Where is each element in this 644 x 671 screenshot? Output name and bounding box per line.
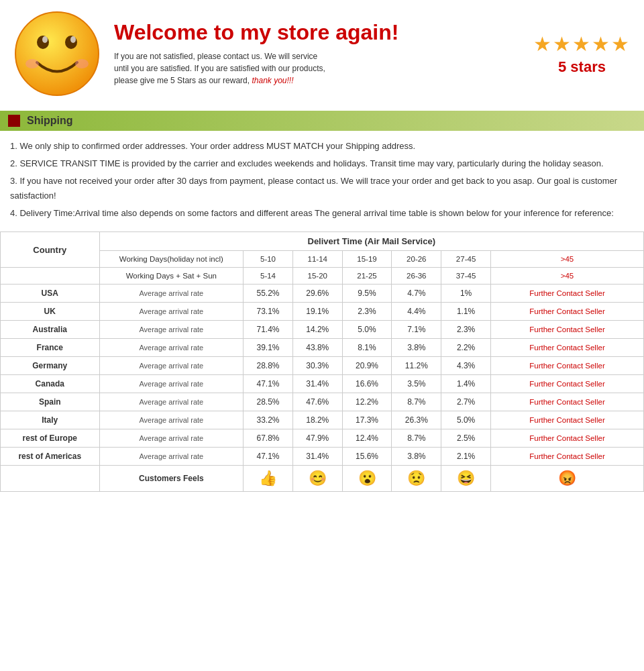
further-contact-seller-0[interactable]: Further Contact Seller xyxy=(490,285,643,303)
cell-c4-4: 11.2% xyxy=(392,357,441,375)
shipping-text-block: 1. We only ship to confirmed order addre… xyxy=(0,131,644,231)
col-header-delivert: Delivert Time (Air Mail Service) xyxy=(99,232,643,251)
cell-c5-4: 4.3% xyxy=(441,357,491,375)
cell-c2-3: 43.8% xyxy=(292,339,342,357)
cell-c2-1: 19.1% xyxy=(292,303,342,321)
table-footer-row: Customers Feels 👍 😊 😮 😟 😆 😡 xyxy=(1,466,644,492)
col-header-country: Country xyxy=(1,232,100,268)
sub2-c3: 21-25 xyxy=(342,268,392,285)
sub1-label: Working Days(holiday not incl) xyxy=(99,251,244,268)
cell-country-3: France xyxy=(1,339,100,357)
cell-c2-8: 47.9% xyxy=(292,429,342,448)
cell-c1-1: 73.1% xyxy=(244,303,293,321)
cell-c1-0: 55.2% xyxy=(244,285,293,303)
further-contact-seller-7[interactable]: Further Contact Seller xyxy=(490,411,643,429)
cell-c5-3: 2.2% xyxy=(441,339,491,357)
cell-label-3: Average arrival rate xyxy=(99,339,244,357)
footer-country-empty xyxy=(1,466,100,492)
sub2-c4: 26-36 xyxy=(392,268,441,285)
sub2-country-empty xyxy=(1,268,100,285)
cell-c5-1: 1.1% xyxy=(441,303,491,321)
cell-c4-2: 7.1% xyxy=(392,321,441,339)
svg-point-0 xyxy=(15,12,99,95)
sub2-c6: >45 xyxy=(490,268,643,285)
cell-c2-2: 14.2% xyxy=(292,321,342,339)
cell-c3-7: 17.3% xyxy=(342,411,392,429)
sub1-c5: 27-45 xyxy=(441,251,491,268)
page-header: Welcome to my store again! If you are no… xyxy=(0,0,644,104)
footer-emoji-1: 😊 xyxy=(292,466,342,492)
shipping-para-4: 4. Delivery Time:Arrival time also depen… xyxy=(10,206,634,221)
cell-country-1: UK xyxy=(1,303,100,321)
cell-country-5: Canada xyxy=(1,375,100,393)
further-contact-seller-3[interactable]: Further Contact Seller xyxy=(490,339,643,357)
sub1-c3: 15-19 xyxy=(342,251,392,268)
smiley-icon xyxy=(13,10,101,97)
cell-label-9: Average arrival rate xyxy=(99,448,244,466)
further-contact-seller-6[interactable]: Further Contact Seller xyxy=(490,393,643,411)
cell-country-6: Spain xyxy=(1,393,100,411)
cell-c3-3: 8.1% xyxy=(342,339,392,357)
svg-point-6 xyxy=(75,59,89,68)
footer-emoji-0: 👍 xyxy=(244,466,293,492)
table-header-row: Country Delivert Time (Air Mail Service) xyxy=(1,232,644,251)
cell-c3-2: 5.0% xyxy=(342,321,392,339)
cell-c5-2: 2.3% xyxy=(441,321,491,339)
cell-c2-5: 31.4% xyxy=(292,375,342,393)
cell-country-8: rest of Europe xyxy=(1,429,100,448)
cell-c5-6: 2.7% xyxy=(441,393,491,411)
cell-c3-6: 12.2% xyxy=(342,393,392,411)
cell-c1-3: 39.1% xyxy=(244,339,293,357)
cell-country-0: USA xyxy=(1,285,100,303)
sub2-c2: 15-20 xyxy=(292,268,342,285)
cell-c5-9: 2.1% xyxy=(441,448,491,466)
cell-country-7: Italy xyxy=(1,411,100,429)
footer-emoji-3: 😟 xyxy=(392,466,441,492)
cell-label-5: Average arrival rate xyxy=(99,375,244,393)
sub1-c4: 20-26 xyxy=(392,251,441,268)
stars-label: 5 stars xyxy=(533,58,631,76)
star-icons: ★★★★★ xyxy=(533,32,631,56)
table-row: Spain Average arrival rate 28.5% 47.6% 1… xyxy=(1,393,644,411)
cell-label-0: Average arrival rate xyxy=(99,285,244,303)
table-row: rest of Europe Average arrival rate 67.8… xyxy=(1,429,644,448)
header-description: If you are not satisfied, please contact… xyxy=(114,50,329,87)
sub1-c2: 11-14 xyxy=(292,251,342,268)
cell-country-4: Germany xyxy=(1,357,100,375)
sub1-c1: 5-10 xyxy=(244,251,293,268)
cell-c4-9: 3.8% xyxy=(392,448,441,466)
cell-c4-5: 3.5% xyxy=(392,375,441,393)
cell-c4-7: 26.3% xyxy=(392,411,441,429)
cell-c3-8: 12.4% xyxy=(342,429,392,448)
cell-c5-8: 2.5% xyxy=(441,429,491,448)
cell-c5-5: 1.4% xyxy=(441,375,491,393)
cell-c4-6: 8.7% xyxy=(392,393,441,411)
sub2-c1: 5-14 xyxy=(244,268,293,285)
shipping-icon xyxy=(8,115,20,127)
cell-c3-4: 20.9% xyxy=(342,357,392,375)
further-contact-seller-9[interactable]: Further Contact Seller xyxy=(490,448,643,466)
stars-section: ★★★★★ 5 stars xyxy=(520,32,631,76)
table-row: Australia Average arrival rate 71.4% 14.… xyxy=(1,321,644,339)
svg-point-5 xyxy=(25,59,39,68)
cell-c2-0: 29.6% xyxy=(292,285,342,303)
cell-c3-5: 16.6% xyxy=(342,375,392,393)
further-contact-seller-8[interactable]: Further Contact Seller xyxy=(490,429,643,448)
table-row: Canada Average arrival rate 47.1% 31.4% … xyxy=(1,375,644,393)
cell-c2-9: 31.4% xyxy=(292,448,342,466)
further-contact-seller-4[interactable]: Further Contact Seller xyxy=(490,357,643,375)
shipping-para-2: 2. SERVICE TRANSIT TIME is provided by t… xyxy=(10,156,634,171)
svg-point-3 xyxy=(42,36,48,43)
further-contact-seller-5[interactable]: Further Contact Seller xyxy=(490,375,643,393)
footer-emoji-4: 😆 xyxy=(441,466,491,492)
further-contact-seller-2[interactable]: Further Contact Seller xyxy=(490,321,643,339)
cell-label-7: Average arrival rate xyxy=(99,411,244,429)
cell-c5-0: 1% xyxy=(441,285,491,303)
cell-c3-1: 2.3% xyxy=(342,303,392,321)
sub2-label: Working Days + Sat + Sun xyxy=(99,268,244,285)
table-row: France Average arrival rate 39.1% 43.8% … xyxy=(1,339,644,357)
shipping-section-header: Shipping xyxy=(0,111,644,131)
sub1-c6: >45 xyxy=(490,251,643,268)
cell-c2-4: 30.3% xyxy=(292,357,342,375)
further-contact-seller-1[interactable]: Further Contact Seller xyxy=(490,303,643,321)
